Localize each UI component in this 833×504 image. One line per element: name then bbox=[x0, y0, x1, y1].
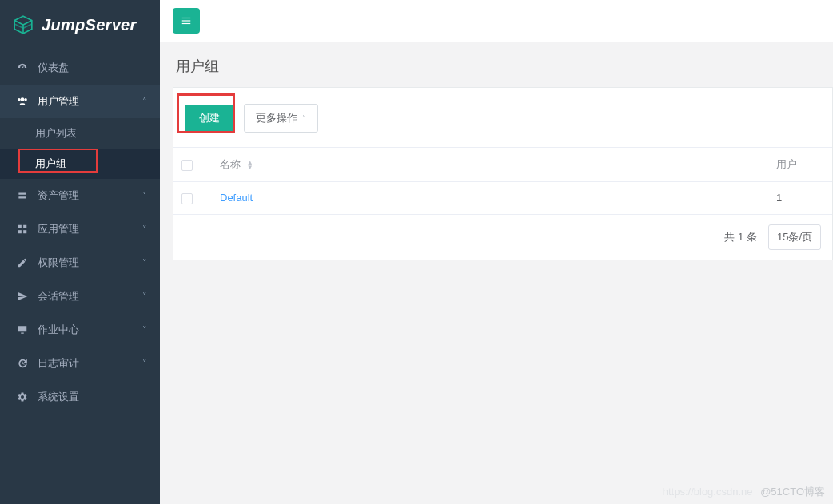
nav-label: 应用管理 bbox=[38, 222, 142, 236]
users-icon bbox=[15, 96, 30, 107]
monitor-icon bbox=[15, 324, 30, 335]
sidebar-item-job-center[interactable]: 作业中心 ˅ bbox=[0, 313, 160, 347]
table-footer: 共 1 条 15条/页 bbox=[173, 215, 832, 260]
history-icon bbox=[15, 358, 30, 369]
sidebar-item-app-management[interactable]: 应用管理 ˅ bbox=[0, 212, 160, 246]
watermark-text: @51CTO博客 bbox=[760, 486, 825, 498]
brand-logo[interactable]: JumpServer bbox=[0, 0, 160, 51]
table-row: Default 1 bbox=[173, 182, 832, 215]
sidebar-item-user-management[interactable]: 用户管理 ˄ bbox=[0, 85, 160, 118]
gear-icon bbox=[15, 391, 30, 403]
chevron-down-icon: ˅ bbox=[142, 292, 147, 302]
chevron-down-icon: ˅ bbox=[142, 191, 147, 201]
row-checkbox-cell bbox=[173, 182, 212, 215]
nav-label: 仪表盘 bbox=[38, 61, 147, 75]
nav-label: 会话管理 bbox=[38, 289, 142, 304]
hamburger-icon bbox=[180, 15, 193, 26]
topbar bbox=[160, 0, 833, 42]
nav-label: 资产管理 bbox=[38, 189, 142, 203]
subnav-user-management: 用户列表 用户组 bbox=[0, 118, 160, 179]
more-label: 更多操作 bbox=[256, 111, 297, 125]
chevron-down-icon: ˅ bbox=[142, 359, 147, 369]
group-name-link[interactable]: Default bbox=[220, 192, 253, 204]
chevron-up-icon: ˄ bbox=[142, 97, 147, 107]
nav-label: 权限管理 bbox=[38, 256, 142, 270]
svg-rect-3 bbox=[23, 225, 26, 228]
nav-label: 作业中心 bbox=[38, 323, 142, 337]
more-actions-button[interactable]: 更多操作 ˅ bbox=[244, 104, 318, 133]
cell-user-count: 1 bbox=[768, 182, 832, 215]
card-toolbar: 创建 更多操作 ˅ bbox=[173, 88, 832, 147]
main-area: 用户组 创建 更多操作 ˅ 名称 bbox=[160, 0, 833, 504]
sidebar-item-log-audit[interactable]: 日志审计 ˅ bbox=[0, 347, 160, 380]
dashboard-icon bbox=[15, 62, 30, 73]
svg-rect-4 bbox=[18, 230, 22, 233]
sidebar-item-permission-management[interactable]: 权限管理 ˅ bbox=[0, 246, 160, 280]
chevron-down-icon: ˅ bbox=[142, 258, 147, 268]
cell-name: Default bbox=[212, 182, 768, 215]
sidebar-sub-user-group[interactable]: 用户组 bbox=[0, 149, 160, 179]
header-user: 用户 bbox=[768, 148, 832, 182]
chevron-down-icon: ˅ bbox=[302, 114, 306, 123]
col-user-label: 用户 bbox=[776, 158, 797, 170]
sidebar-item-dashboard[interactable]: 仪表盘 bbox=[0, 51, 160, 85]
sub-label: 用户列表 bbox=[35, 127, 77, 139]
logo-icon bbox=[13, 14, 34, 35]
create-button[interactable]: 创建 bbox=[185, 105, 234, 132]
watermark: https://blog.csdn.ne @51CTO博客 bbox=[663, 485, 825, 499]
svg-rect-2 bbox=[18, 225, 22, 228]
chevron-down-icon: ˅ bbox=[142, 224, 147, 235]
svg-rect-5 bbox=[23, 230, 26, 233]
sort-icon: ▲▼ bbox=[247, 161, 253, 170]
row-checkbox[interactable] bbox=[181, 193, 193, 204]
page-title: 用户组 bbox=[160, 42, 833, 87]
user-group-table: 名称 ▲▼ 用户 Default bbox=[173, 147, 832, 215]
svg-rect-8 bbox=[182, 23, 191, 24]
sidebar-item-session-management[interactable]: 会话管理 ˅ bbox=[0, 280, 160, 313]
header-checkbox-cell bbox=[173, 148, 212, 182]
menu-toggle-button[interactable] bbox=[173, 8, 200, 34]
sidebar-sub-user-list[interactable]: 用户列表 bbox=[0, 118, 160, 149]
sidebar-nav: 仪表盘 用户管理 ˄ 用户列表 用户组 bbox=[0, 51, 160, 414]
nav-label: 系统设置 bbox=[38, 390, 147, 404]
page-size-select[interactable]: 15条/页 bbox=[768, 224, 821, 250]
header-name[interactable]: 名称 ▲▼ bbox=[212, 148, 768, 182]
svg-rect-6 bbox=[182, 18, 191, 18]
sidebar: JumpServer 仪表盘 用户管理 ˄ 用户列表 bbox=[0, 0, 160, 504]
asset-icon bbox=[15, 190, 30, 201]
chevron-down-icon: ˅ bbox=[142, 325, 147, 335]
send-icon bbox=[15, 291, 30, 302]
sub-label: 用户组 bbox=[35, 157, 66, 169]
nav-label: 日志审计 bbox=[38, 356, 142, 371]
content-card: 创建 更多操作 ˅ 名称 ▲▼ bbox=[173, 87, 833, 260]
watermark-faint: https://blog.csdn.ne bbox=[663, 486, 753, 498]
nav-label: 用户管理 bbox=[38, 94, 142, 109]
brand-name: JumpServer bbox=[42, 16, 137, 34]
sidebar-item-asset-management[interactable]: 资产管理 ˅ bbox=[0, 179, 160, 212]
select-all-checkbox[interactable] bbox=[181, 160, 193, 171]
edit-icon bbox=[15, 257, 30, 268]
col-name-label: 名称 bbox=[220, 158, 241, 170]
grid-icon bbox=[15, 224, 30, 235]
sidebar-item-system-settings[interactable]: 系统设置 bbox=[0, 380, 160, 414]
svg-rect-7 bbox=[182, 20, 191, 21]
pagination-total: 共 1 条 bbox=[724, 230, 756, 244]
table-header-row: 名称 ▲▼ 用户 bbox=[173, 148, 832, 182]
